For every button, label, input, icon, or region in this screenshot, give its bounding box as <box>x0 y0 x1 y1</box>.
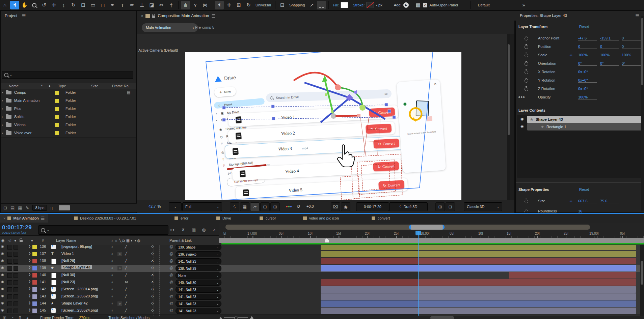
twirl-icon[interactable]: ❯ <box>28 308 31 312</box>
channel-icon[interactable] <box>286 202 292 210</box>
stopwatch-icon[interactable] <box>525 70 528 74</box>
eye-icon[interactable]: ◉ <box>1 301 4 305</box>
mask-visibility-icon[interactable]: ⊡ <box>260 202 270 211</box>
work-area-bar[interactable] <box>219 238 644 243</box>
stopwatch-icon[interactable] <box>525 200 528 203</box>
quality-switch[interactable]: ⊠ <box>125 280 128 284</box>
zoom-out-icon[interactable] <box>219 317 222 319</box>
bone-rig-icon[interactable]: ⋎ <box>191 1 200 9</box>
eye-icon[interactable]: ◉ <box>1 287 4 291</box>
trash-icon[interactable]: ▯ <box>50 205 53 210</box>
twirl-icon[interactable]: ❯ <box>28 273 31 276</box>
collapse-switch[interactable]: ♁ <box>111 273 113 277</box>
timeline-tab-convert[interactable]: convert <box>372 214 390 223</box>
label-color-swatch[interactable] <box>55 123 59 127</box>
universal-select-icon[interactable]: ➤ <box>215 1 224 9</box>
composition-marker[interactable] <box>325 238 329 242</box>
twirl-icon[interactable]: ❯ <box>28 259 31 262</box>
quality-switch[interactable]: ╱ <box>125 294 127 298</box>
parent-dropdown[interactable]: None⌄ <box>176 272 221 279</box>
time-ruler[interactable]: 5f 17:00f 05f 10f 15f 20f 25f 18:00f 05f… <box>219 231 644 238</box>
quality-switch[interactable]: ╱ <box>125 245 127 249</box>
eye-icon[interactable]: ◉ <box>1 259 4 262</box>
view-layout-icon[interactable]: ⊞ <box>435 202 445 211</box>
parent-dropdown[interactable]: 141. Null 23⌄ <box>176 294 221 300</box>
snapshot-icon[interactable]: ⌧ <box>331 202 340 211</box>
stopwatch-icon[interactable] <box>525 79 528 83</box>
breadcrumb-current-comp[interactable]: Main Animation ‹ <box>142 23 198 32</box>
timeline-tab-error[interactable]: error <box>175 214 188 223</box>
collapse-switch[interactable]: ♁ <box>111 252 113 256</box>
region-of-interest-icon[interactable]: ▱ <box>250 202 260 211</box>
breadcrumb-precomp[interactable]: Pre-comp 5 <box>195 25 214 29</box>
graph-editor-icon[interactable]: ⊿ <box>212 227 216 232</box>
effects-switch[interactable]: ☼ <box>117 301 122 306</box>
project-row[interactable]: ▸ Main Animation Folder <box>1 97 136 105</box>
quality-switch[interactable]: ╱ <box>125 259 127 263</box>
snap-arrow-icon[interactable]: ↗ <box>307 1 316 9</box>
effects-switch[interactable]: ☼ <box>117 266 122 270</box>
link-rig-icon[interactable]: ⋈ <box>200 1 210 9</box>
pick-icon[interactable]: ✎ <box>26 205 29 210</box>
selection-tool-icon[interactable]: ➤ <box>10 1 19 9</box>
viewer-panel-menu-icon[interactable]: ☰ <box>212 13 216 19</box>
twirl-icon[interactable]: ❯ <box>28 252 31 255</box>
label-swatch[interactable] <box>32 294 37 299</box>
pickwhip-icon[interactable]: @ <box>169 259 173 263</box>
column-size[interactable]: Size <box>91 84 98 88</box>
timeline-tab-video-pic[interactable]: video and pic icon <box>303 214 339 223</box>
pickwhip-icon[interactable]: @ <box>169 308 173 312</box>
parent-dropdown[interactable]: 141. Null 23⌄ <box>176 258 221 264</box>
stroke-width-value[interactable]: - px <box>376 3 382 7</box>
puppet-tool-icon[interactable]: † <box>167 1 176 9</box>
label-swatch[interactable] <box>32 245 37 249</box>
joint-rig-icon[interactable]: ⋔ <box>181 1 190 9</box>
keyframe-nav-icons[interactable]: ◀◆▶ <box>518 95 526 98</box>
project-search-input[interactable]: ⌄ <box>2 71 133 79</box>
stopwatch-icon[interactable] <box>525 87 528 91</box>
show-snapshot-icon[interactable]: ◉ <box>341 202 350 211</box>
collapse-switch[interactable]: ♁ <box>111 266 113 270</box>
link-icon[interactable]: ∞ <box>570 199 572 203</box>
twirl-icon[interactable]: ▸ <box>2 115 3 118</box>
pen-tool-icon[interactable]: ✒ <box>108 1 117 9</box>
parent-dropdown[interactable]: 141. Null 23⌄ <box>176 287 221 293</box>
render-icon[interactable]: ⊞ <box>3 315 6 319</box>
hand-tool-icon[interactable]: ✋ <box>20 1 29 9</box>
collapse-switch[interactable]: ♁ <box>111 294 113 298</box>
current-time-field[interactable]: 0:00:17:29 <box>356 202 389 211</box>
stopwatch-icon[interactable] <box>525 37 528 40</box>
snapshot-icon[interactable]: ◔ <box>11 315 14 319</box>
quality-switch[interactable]: ╱ <box>125 301 127 306</box>
new-folder-icon[interactable]: ▤ <box>10 205 15 210</box>
eye-icon[interactable]: ◉ <box>1 245 4 248</box>
color-depth-button[interactable]: 8 bpc <box>32 205 47 211</box>
fast-previews-icon[interactable]: ϟ <box>230 202 239 211</box>
motion-blur-icon[interactable]: ◍ <box>202 227 206 232</box>
sort-ascending-icon[interactable]: ▲ <box>41 84 43 87</box>
type-tool-icon[interactable]: T <box>118 1 127 9</box>
close-icon[interactable]: × <box>141 14 143 18</box>
timeline-search-input[interactable]: ⌄ <box>38 225 168 235</box>
zoom-level-value[interactable]: 42.7 <box>149 204 156 208</box>
current-time-display[interactable]: 0:00:17:29 <box>2 224 32 231</box>
zoom-tool-icon[interactable] <box>30 1 39 9</box>
project-row[interactable]: ▸ Voice over Folder <box>1 129 136 138</box>
pixel-aspect-icon[interactable]: ⊟ <box>446 202 455 211</box>
eye-icon[interactable]: ◉ <box>518 124 526 128</box>
viewer-pasteboard[interactable]: Active Camera (Default) Drive + New ⌂Hom… <box>137 34 510 200</box>
label-color-swatch[interactable] <box>55 99 59 103</box>
collapse-switch[interactable]: ♁ <box>111 308 113 312</box>
eye-icon[interactable]: ◉ <box>1 308 4 312</box>
new-composition-icon[interactable]: ▦ <box>18 205 22 210</box>
frame-blending-icon[interactable]: ▥ <box>192 227 196 232</box>
composition-canvas[interactable]: Drive + New ⌂Home ▸▣My Drive ▸▭Computers… <box>185 52 461 200</box>
label-swatch[interactable] <box>32 266 37 270</box>
masks-icon[interactable]: ▩ <box>413 1 423 9</box>
pickwhip-icon[interactable]: @ <box>169 245 173 249</box>
quality-switch[interactable]: ╱ <box>125 287 127 291</box>
timeline-tab-main-animation[interactable]: × Main Animation ☰ <box>0 214 48 223</box>
link-icon[interactable]: ∞ <box>570 53 572 57</box>
orbit-camera-icon[interactable]: ↺ <box>39 1 49 9</box>
guides-icon[interactable]: ⊞ <box>270 202 280 211</box>
